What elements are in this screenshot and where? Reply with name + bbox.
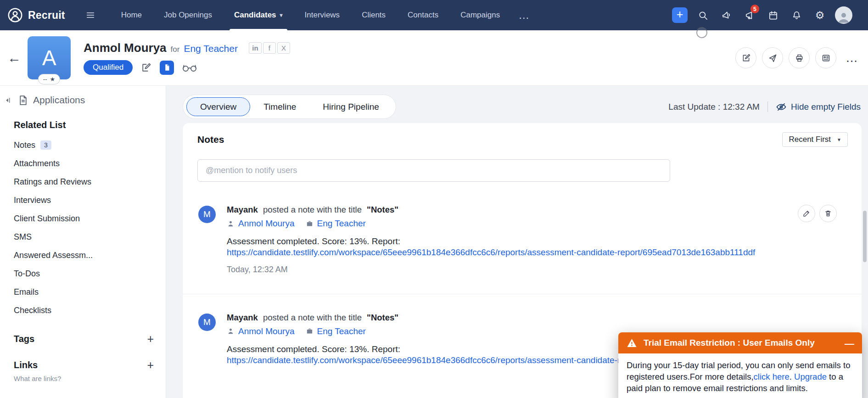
- note-item: M Mayank posted a note with the title "N…: [183, 205, 862, 275]
- notifications-bell-icon[interactable]: [788, 7, 805, 23]
- links-hint[interactable]: What are links?: [0, 371, 166, 382]
- note-candidate-link[interactable]: Anmol Mourya: [238, 326, 295, 336]
- search-icon[interactable]: [694, 7, 711, 23]
- candidate-avatar: A: [28, 36, 71, 79]
- primary-nav: Home Job Openings Candidates ▾ Interview…: [110, 0, 538, 30]
- tab-hiring-pipeline[interactable]: Hiring Pipeline: [309, 95, 392, 119]
- user-avatar[interactable]: [835, 6, 852, 24]
- settings-gear-icon[interactable]: ⚙: [812, 7, 828, 23]
- note-links-line: Anmol Mourya Eng Teacher: [227, 219, 847, 229]
- sidebar-item-answered-assessments[interactable]: Answered Assessm...: [0, 246, 166, 264]
- pencil-icon: [802, 209, 811, 218]
- whats-new-megaphone-icon[interactable]: [718, 7, 734, 23]
- eye-off-icon: [776, 101, 787, 112]
- note-author-avatar: M: [198, 314, 216, 331]
- trash-icon: [824, 209, 832, 218]
- facebook-icon[interactable]: f: [263, 42, 276, 54]
- add-tag-button[interactable]: +: [147, 333, 154, 345]
- edit-note-button[interactable]: [798, 205, 815, 222]
- tab-timeline[interactable]: Timeline: [250, 95, 309, 119]
- note-candidate-link[interactable]: Anmol Mourya: [238, 219, 295, 229]
- note-action-text: posted a note with the title: [263, 205, 362, 214]
- job-opening-link[interactable]: Eng Teacher: [184, 43, 238, 54]
- report-url-link[interactable]: https://candidate.testlify.com/workspace…: [227, 247, 755, 257]
- sidebar-item-client-submission[interactable]: Client Submission: [0, 209, 166, 228]
- send-mail-button[interactable]: [762, 47, 783, 68]
- chevron-down-icon: ▾: [280, 12, 283, 18]
- nav-candidates-label: Candidates: [234, 11, 276, 20]
- vertical-scrollbar-thumb[interactable]: [863, 211, 867, 262]
- related-list-sidebar: Applications Related List Notes 3 Attach…: [0, 86, 166, 398]
- candidate-avatar-wrap: A -- ★: [28, 36, 71, 79]
- nav-clients[interactable]: Clients: [351, 0, 397, 30]
- star-icon: ★: [50, 76, 56, 83]
- brand[interactable]: Recruit: [7, 0, 65, 30]
- hide-empty-fields-toggle[interactable]: Hide empty Fields: [776, 101, 861, 112]
- linkedin-icon[interactable]: in: [249, 42, 262, 54]
- sidebar-item-to-dos[interactable]: To-Dos: [0, 264, 166, 283]
- note-author-avatar: M: [198, 206, 216, 223]
- upgrade-link[interactable]: Upgrade: [794, 372, 827, 381]
- applications-row: Applications: [0, 86, 166, 114]
- note-header-line: Mayank posted a note with the title "Not…: [227, 205, 847, 215]
- note-job-link[interactable]: Eng Teacher: [317, 326, 366, 336]
- sidebar-item-interviews[interactable]: Interviews: [0, 191, 166, 209]
- applications-doc-icon: [17, 95, 29, 106]
- related-list: Notes 3 Attachments Ratings and Reviews …: [0, 136, 166, 320]
- hamburger-menu-icon[interactable]: [81, 0, 100, 30]
- nav-job-openings[interactable]: Job Openings: [153, 0, 223, 30]
- assessment-board-button[interactable]: [815, 47, 836, 68]
- note-author-name: Mayank: [227, 313, 258, 322]
- nav-home[interactable]: Home: [110, 0, 153, 30]
- print-button[interactable]: [789, 47, 810, 68]
- trial-popup-body: During your 15-day trial period, you can…: [618, 353, 862, 398]
- minimize-popup-button[interactable]: —: [845, 338, 854, 348]
- note-job-link[interactable]: Eng Teacher: [317, 219, 366, 229]
- trial-popup-title: Trial Email Restriction : User Emails On…: [644, 338, 839, 348]
- add-link-button[interactable]: +: [147, 359, 154, 371]
- sidebar-item-notes[interactable]: Notes 3: [0, 136, 166, 154]
- note-header-line: Mayank posted a note with the title "Not…: [227, 313, 847, 323]
- back-arrow-icon[interactable]: ←: [7, 51, 21, 65]
- review-glasses-icon[interactable]: [182, 62, 197, 73]
- sidebar-item-checklists[interactable]: Checklists: [0, 301, 166, 320]
- resume-document-button[interactable]: [160, 61, 174, 75]
- rating-chip[interactable]: -- ★: [38, 74, 60, 84]
- applications-label[interactable]: Applications: [33, 95, 85, 106]
- quick-add-button[interactable]: +: [672, 7, 688, 23]
- note-action-text: posted a note with the title: [263, 313, 362, 322]
- tags-section: Tags +: [0, 333, 166, 345]
- sidebar-item-ratings-reviews[interactable]: Ratings and Reviews: [0, 173, 166, 191]
- compose-note-button[interactable]: [735, 47, 756, 68]
- note-timestamp: Today, 12:32 AM: [227, 265, 847, 275]
- note-composer-input[interactable]: [197, 159, 670, 182]
- sidebar-item-attachments[interactable]: Attachments: [0, 154, 166, 173]
- delete-note-button[interactable]: [819, 205, 837, 222]
- candidate-name: Anmol Mourya: [84, 41, 167, 55]
- tab-overview[interactable]: Overview: [186, 97, 250, 116]
- sidebar-item-sms[interactable]: SMS: [0, 228, 166, 246]
- note-title: "Notes": [367, 313, 398, 322]
- note-title: "Notes": [367, 205, 398, 214]
- collapse-sidebar-icon[interactable]: [5, 96, 13, 105]
- links-title: Links: [14, 360, 38, 370]
- nav-interviews[interactable]: Interviews: [294, 0, 351, 30]
- sidebar-item-label: Notes: [14, 140, 35, 150]
- sidebar-item-emails[interactable]: Emails: [0, 283, 166, 301]
- warning-triangle-icon: [626, 337, 638, 349]
- calendar-icon[interactable]: [765, 7, 781, 23]
- signals-icon[interactable]: 5: [741, 7, 758, 23]
- top-navigation-bar: Recruit Home Job Openings Candidates ▾ I…: [0, 0, 868, 30]
- status-badge[interactable]: Qualified: [84, 60, 133, 75]
- nav-campaigns[interactable]: Campaigns: [449, 0, 511, 30]
- sort-dropdown[interactable]: Recent First ▼: [782, 132, 848, 147]
- x-twitter-icon[interactable]: X: [277, 42, 290, 54]
- more-actions-button[interactable]: …: [846, 56, 859, 61]
- feedback-note-icon[interactable]: [140, 62, 152, 73]
- sort-dropdown-value: Recent First: [789, 135, 831, 144]
- nav-candidates[interactable]: Candidates ▾: [223, 0, 294, 30]
- nav-contacts[interactable]: Contacts: [397, 0, 449, 30]
- notes-count-badge: 3: [40, 140, 51, 150]
- nav-more-button[interactable]: …: [511, 0, 537, 30]
- click-here-link[interactable]: click here: [754, 372, 790, 381]
